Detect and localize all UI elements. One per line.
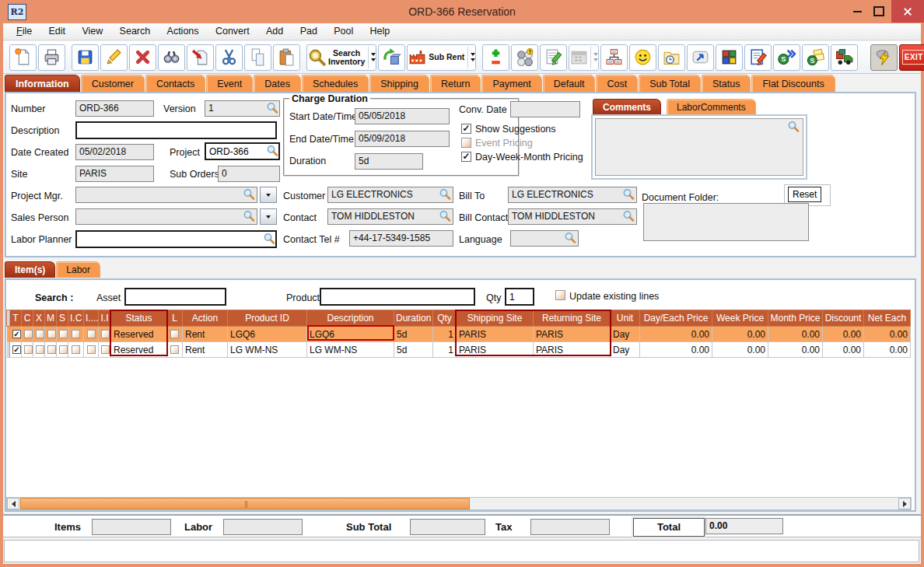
search-inventory-button[interactable]: SearchInventory (306, 44, 376, 71)
tab-schedules[interactable]: Schedules (302, 75, 369, 92)
tab-dates[interactable]: Dates (254, 75, 301, 92)
row2-net-each[interactable]: 0.00 (864, 342, 911, 358)
maximize-button[interactable] (868, 0, 890, 23)
row1-qty[interactable]: 1 (433, 327, 457, 342)
shipping-truck-button[interactable] (831, 44, 858, 71)
col-action[interactable]: Action (183, 310, 228, 327)
price-notes-button[interactable]: S (802, 44, 829, 71)
col-ii[interactable]: I.I (99, 310, 111, 327)
row1-action[interactable]: Rent (183, 327, 228, 342)
shortcut-key-button[interactable] (687, 44, 714, 71)
org-chart-button[interactable] (600, 44, 628, 71)
menu-pad[interactable]: Pad (293, 23, 324, 40)
row1-l-checkbox[interactable] (170, 330, 179, 338)
row2-qty[interactable]: 1 (433, 342, 457, 358)
scroll-thumb[interactable] (20, 498, 470, 509)
print-button[interactable] (38, 44, 65, 71)
tab-status[interactable]: Status (702, 75, 751, 92)
row1-duration[interactable]: 5d (394, 327, 433, 342)
tab-comments[interactable]: Comments (593, 99, 661, 115)
row2-unit[interactable]: Day (611, 342, 640, 358)
row2-status[interactable]: Reserved (111, 342, 167, 358)
substitute-button[interactable]: ? (511, 44, 538, 71)
scroll-left-button[interactable] (7, 498, 19, 509)
row1-ic-checkbox[interactable] (72, 330, 80, 338)
row2-c-checkbox[interactable] (24, 345, 33, 354)
sales-person-dropdown[interactable] (260, 208, 277, 225)
col-qty[interactable]: Qty (433, 310, 457, 327)
dwm-pricing-checkbox[interactable] (461, 152, 471, 162)
row2-l-checkbox[interactable] (170, 345, 179, 354)
col-c[interactable]: C (22, 310, 33, 327)
col-discount[interactable]: Discount (823, 310, 864, 327)
menu-convert[interactable]: Convert (208, 23, 257, 40)
row1-month[interactable]: 0.00 (768, 327, 823, 342)
notes-button[interactable] (540, 44, 567, 71)
comments-lookup-icon[interactable] (787, 121, 800, 133)
bill-contact-lookup-icon[interactable] (622, 210, 635, 222)
row1-net-each[interactable]: 0.00 (864, 327, 911, 342)
find-button[interactable] (158, 44, 185, 71)
tab-payment[interactable]: Payment (481, 75, 541, 92)
row2-x-checkbox[interactable] (36, 345, 44, 354)
row2-shipping-site[interactable]: PARIS (457, 342, 534, 358)
asset-input[interactable] (124, 288, 226, 306)
folder-history-button[interactable] (658, 44, 685, 71)
paste-button[interactable] (273, 44, 300, 71)
quick-action-button[interactable] (870, 44, 898, 71)
col-m[interactable]: M (45, 310, 57, 327)
row2-i-checkbox[interactable] (87, 345, 96, 354)
row1-t-checkbox[interactable] (12, 330, 21, 338)
row2-month[interactable]: 0.00 (768, 342, 823, 358)
row2-ic-checkbox[interactable] (72, 345, 80, 354)
language-lookup-icon[interactable] (564, 232, 576, 244)
comments-textarea[interactable] (595, 118, 803, 176)
delete-button[interactable] (129, 44, 156, 71)
project-lookup-icon[interactable] (266, 145, 278, 157)
row1-unit[interactable]: Day (611, 327, 640, 342)
row1-m-checkbox[interactable] (47, 330, 56, 338)
row1-status[interactable]: Reserved (111, 327, 167, 342)
row2-week[interactable]: 0.00 (712, 342, 768, 358)
exit-button[interactable]: EXIT (899, 44, 924, 71)
row1-discount[interactable]: 0.00 (823, 327, 864, 342)
menu-edit[interactable]: Edit (42, 23, 73, 40)
minimize-button[interactable] (846, 0, 868, 23)
row2-description[interactable]: LG WM-NS (307, 342, 394, 358)
sub-rent-button[interactable]: Sub Rent (407, 44, 476, 71)
tab-information[interactable]: Information (5, 75, 80, 92)
row1-product-id[interactable]: LGQ6 (228, 327, 307, 342)
close-button[interactable] (891, 0, 924, 23)
tab-shipping[interactable]: Shipping (369, 75, 429, 92)
col-unit[interactable]: Unit (611, 310, 640, 327)
row2-t-checkbox[interactable] (12, 345, 21, 354)
row1-s-checkbox[interactable] (59, 330, 68, 338)
new-button[interactable] (9, 44, 37, 71)
add-remove-button[interactable] (482, 44, 509, 71)
tab-event[interactable]: Event (206, 75, 253, 92)
search-inventory-dropdown[interactable] (368, 47, 376, 68)
row1-day-each[interactable]: 0.00 (640, 327, 712, 342)
customer-lookup-icon[interactable] (439, 188, 451, 201)
row1-week[interactable]: 0.00 (712, 327, 768, 342)
project-mgr-dropdown[interactable] (260, 187, 277, 203)
menu-file[interactable]: File (9, 23, 39, 40)
tab-labor-comments[interactable]: LaborComments (667, 99, 756, 115)
row1-i-checkbox[interactable] (87, 330, 96, 338)
table-row-2[interactable]: Reserved Rent LG WM-NS LG WM-NS 5d 1 PAR… (7, 342, 911, 358)
qty-input[interactable] (505, 288, 534, 306)
col-x[interactable]: X (33, 310, 45, 327)
update-existing-checkbox[interactable] (555, 290, 565, 300)
project-mgr-lookup-icon[interactable] (243, 188, 255, 201)
col-t[interactable]: T (10, 310, 22, 327)
menu-pool[interactable]: Pool (327, 23, 360, 40)
copy-button[interactable] (244, 44, 271, 71)
sales-person-lookup-icon[interactable] (243, 210, 255, 222)
col-month-price[interactable]: Month Price (768, 310, 823, 327)
row1-shipping-site[interactable]: PARIS (457, 327, 534, 342)
row1-c-checkbox[interactable] (24, 330, 33, 338)
menu-search[interactable]: Search (113, 23, 158, 40)
row1-description[interactable]: LGQ6 (307, 327, 394, 342)
tab-cost[interactable]: Cost (596, 75, 638, 92)
product-input[interactable] (320, 288, 475, 306)
